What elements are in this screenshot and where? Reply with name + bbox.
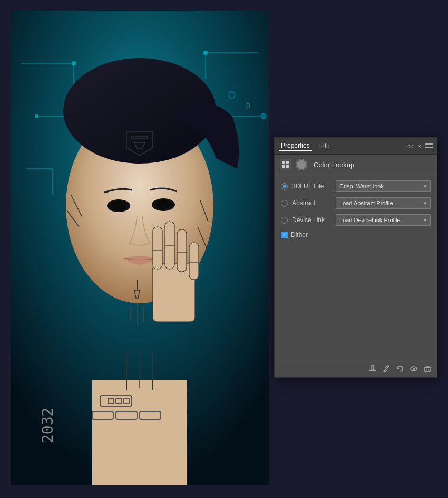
- device-link-value: Load DeviceLink Profile...: [339, 217, 405, 223]
- abstract-radio[interactable]: [281, 200, 288, 207]
- panel-header: Properties Info << ×: [275, 138, 437, 155]
- svg-text:2032: 2032: [39, 408, 56, 443]
- dither-checkbox[interactable]: ✓: [281, 232, 288, 238]
- color-lookup-label: Color Lookup: [314, 161, 354, 169]
- abstract-arrow: ▾: [424, 200, 427, 207]
- toolbar-row: Color Lookup: [275, 155, 437, 175]
- svg-marker-58: [372, 366, 374, 370]
- grid-view-btn[interactable]: [280, 159, 291, 170]
- svg-rect-52: [282, 161, 285, 164]
- svg-rect-54: [282, 165, 285, 168]
- svg-point-62: [413, 368, 415, 370]
- lut-file-arrow: ▾: [424, 183, 427, 190]
- lut-file-label: 3DLUT File: [292, 183, 332, 190]
- svg-rect-53: [286, 161, 289, 164]
- panel-menu-icon[interactable]: [425, 143, 433, 148]
- abstract-label: Abstract: [292, 199, 332, 207]
- device-link-row: Device Link Load DeviceLink Profile... ▾: [281, 214, 431, 226]
- settings-area: 3DLUT File Crisp_Warm.look ▾ Abstract Lo…: [275, 175, 437, 244]
- svg-point-12: [261, 113, 266, 119]
- svg-rect-55: [286, 165, 289, 168]
- lut-file-dropdown[interactable]: Crisp_Warm.look ▾: [336, 180, 431, 192]
- bottom-toolbar: [275, 360, 437, 377]
- collapse-btn[interactable]: <<: [407, 143, 414, 149]
- svg-line-59: [385, 368, 387, 370]
- lut-file-value: Crisp_Warm.look: [339, 183, 384, 189]
- circle-view-btn[interactable]: [296, 159, 307, 170]
- undo-btn[interactable]: [396, 365, 404, 373]
- delete-btn[interactable]: [423, 365, 432, 373]
- svg-rect-33: [153, 227, 162, 269]
- svg-marker-60: [397, 367, 400, 369]
- svg-rect-63: [425, 367, 430, 372]
- main-image: 2032: [11, 11, 269, 485]
- svg-rect-36: [189, 243, 199, 280]
- panel-controls: << ×: [407, 143, 433, 149]
- properties-panel: Properties Info << ×: [274, 137, 437, 378]
- link-btn[interactable]: [382, 365, 391, 373]
- device-link-radio[interactable]: [281, 217, 288, 224]
- svg-point-7: [35, 114, 38, 118]
- lut-file-radio[interactable]: [281, 183, 288, 190]
- dither-row: ✓ Dither: [281, 231, 431, 238]
- abstract-row: Abstract Load Abstract Profile... ▾: [281, 197, 431, 209]
- abstract-value: Load Abstract Profile...: [339, 200, 398, 206]
- svg-rect-35: [177, 229, 187, 272]
- svg-point-56: [297, 160, 306, 169]
- device-link-label: Device Link: [292, 216, 332, 224]
- svg-rect-32: [153, 264, 195, 322]
- panel-tabs: Properties Info: [279, 141, 332, 151]
- svg-point-10: [203, 51, 208, 55]
- abstract-dropdown[interactable]: Load Abstract Profile... ▾: [336, 197, 431, 209]
- clip-to-layer-btn[interactable]: [368, 365, 377, 373]
- device-link-arrow: ▾: [424, 217, 427, 224]
- tab-info[interactable]: Info: [317, 141, 332, 151]
- portrait-svg: 2032: [11, 11, 269, 485]
- dither-label: Dither: [291, 231, 308, 238]
- svg-point-6: [72, 61, 76, 65]
- visibility-btn[interactable]: [410, 365, 418, 373]
- lut-file-row: 3DLUT File Crisp_Warm.look ▾: [281, 180, 431, 192]
- svg-point-29: [111, 200, 126, 211]
- close-btn[interactable]: ×: [418, 143, 421, 149]
- tab-properties[interactable]: Properties: [279, 141, 312, 151]
- dither-checkbox-container[interactable]: ✓ Dither: [281, 231, 308, 238]
- svg-point-31: [156, 199, 171, 210]
- device-link-dropdown[interactable]: Load DeviceLink Profile... ▾: [336, 214, 431, 226]
